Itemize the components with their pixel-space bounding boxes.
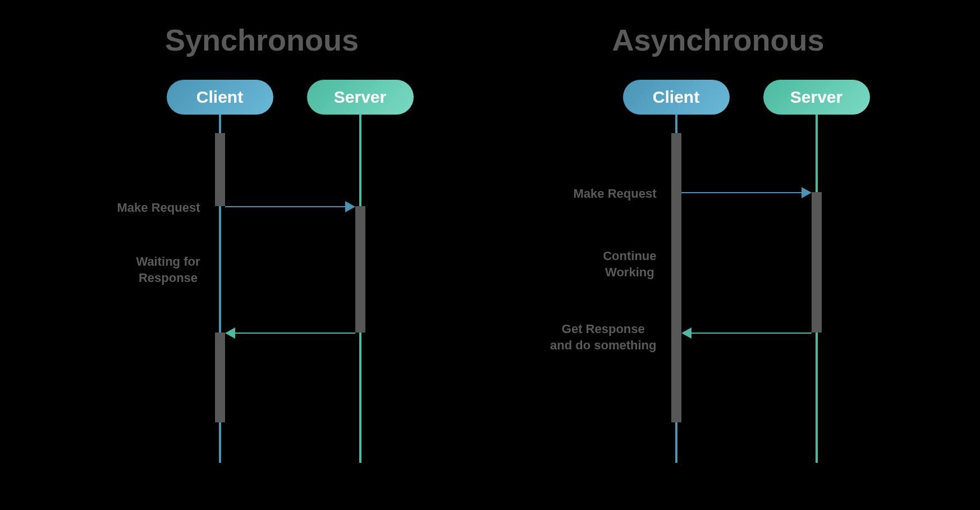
sync-server-pill: Server [307,80,414,115]
async-client-activation [671,133,681,422]
sync-body: Client Server Make Request Waiting for R… [66,80,459,473]
sync-title: Synchronous [165,22,359,57]
async-body: Client Server Make Request Continue Work… [522,80,915,473]
sync-server-activation [355,206,365,333]
sync-client-activation-1 [215,133,225,206]
async-response-line1: Get Response [562,322,645,336]
sync-response-arrow [234,333,355,334]
sync-make-request-label: Make Request [117,200,200,216]
sync-response-arrowhead [225,327,235,339]
async-continue-line2: Working [605,265,654,279]
async-client-pill: Client [623,80,730,115]
async-request-arrow [681,192,802,193]
async-response-label: Get Response and do something [550,321,656,353]
synchronous-diagram: Synchronous Client Server Make Request W… [66,22,459,488]
async-continue-label: Continue Working [603,248,656,280]
async-title: Asynchronous [612,22,824,57]
sync-waiting-line2: Response [139,271,198,285]
sync-client-pill: Client [167,80,273,115]
async-continue-line1: Continue [603,249,656,263]
async-response-arrowhead [681,327,692,339]
async-make-request-label: Make Request [574,186,657,202]
asynchronous-diagram: Asynchronous Client Server Make Request … [522,22,915,488]
async-server-pill: Server [763,80,870,115]
async-response-line2: and do something [550,338,656,352]
sync-waiting-line1: Waiting for [136,254,200,268]
sync-request-arrow [225,206,346,207]
sync-waiting-label: Waiting for Response [136,254,200,286]
async-response-arrow [690,333,812,334]
async-request-arrowhead [802,187,812,198]
async-server-activation [812,192,822,333]
sync-request-arrowhead [345,201,355,212]
sync-client-activation-2 [215,333,225,422]
